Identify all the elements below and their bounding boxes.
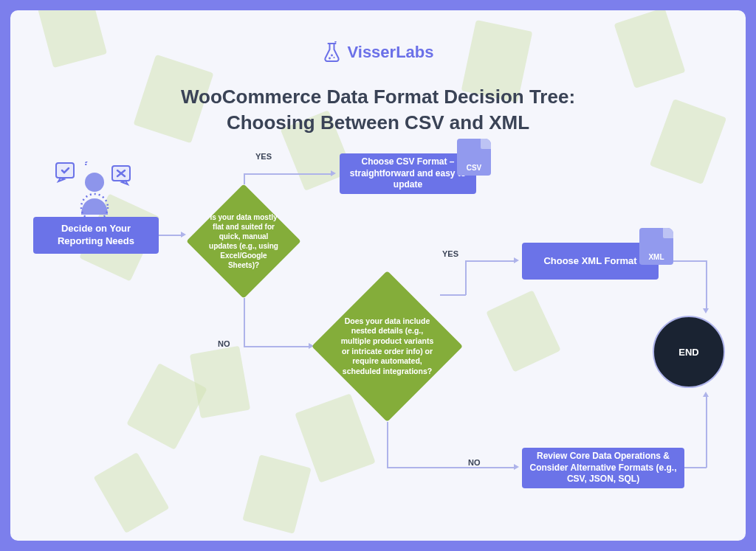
xml-file-icon: XML bbox=[639, 228, 673, 265]
alternative-formats-node: Review Core Data Operations & Consider A… bbox=[522, 448, 684, 488]
svg-point-3 bbox=[333, 57, 334, 58]
decision-flat-data: Is your data mostly flat and suited for … bbox=[186, 184, 301, 299]
svg-point-2 bbox=[329, 58, 331, 60]
xml-result-label: Choose XML Format bbox=[543, 255, 636, 268]
no-label: NO bbox=[468, 458, 481, 467]
brand-logo: VisserLabs bbox=[322, 41, 433, 63]
arrow-icon bbox=[703, 392, 709, 397]
arrow-icon bbox=[331, 170, 336, 176]
svg-rect-6 bbox=[56, 163, 74, 178]
xml-badge-text: XML bbox=[648, 253, 664, 261]
csv-badge-text: CSV bbox=[467, 164, 482, 172]
connector bbox=[465, 260, 467, 295]
connector bbox=[440, 294, 466, 296]
end-label: END bbox=[678, 347, 698, 358]
svg-point-4 bbox=[334, 41, 336, 43]
connector bbox=[684, 467, 707, 468]
yes-label: YES bbox=[255, 152, 272, 161]
svg-point-8 bbox=[85, 173, 104, 192]
connector bbox=[387, 422, 388, 468]
connector bbox=[387, 467, 514, 468]
arrow-icon bbox=[514, 464, 519, 470]
connector bbox=[244, 346, 310, 347]
decision-nested-data: Does your data include nested details (e… bbox=[312, 271, 463, 422]
connector bbox=[465, 260, 514, 262]
page-title: WooCommerce Data Format Decision Tree:Ch… bbox=[157, 84, 599, 136]
connector bbox=[244, 298, 245, 347]
connector bbox=[159, 235, 181, 236]
csv-file-icon: CSV bbox=[457, 139, 491, 176]
flask-icon bbox=[322, 41, 341, 63]
arrow-icon bbox=[703, 308, 709, 313]
person-thinking-icon: ? ? bbox=[53, 162, 138, 222]
arrow-icon bbox=[514, 257, 519, 263]
svg-point-1 bbox=[331, 55, 333, 57]
start-label: Decide on Your Reporting Needs bbox=[39, 223, 153, 248]
end-node: END bbox=[653, 316, 725, 388]
alternative-formats-label: Review Core Data Operations & Consider A… bbox=[528, 451, 678, 485]
connector bbox=[244, 173, 245, 184]
no-label: NO bbox=[218, 339, 230, 348]
decision-flat-data-label: Is your data mostly flat and suited for … bbox=[209, 212, 278, 270]
svg-text:?: ? bbox=[83, 162, 89, 167]
yes-label: YES bbox=[442, 249, 458, 258]
arrow-icon bbox=[181, 232, 186, 238]
connector bbox=[244, 173, 331, 175]
brand-name: VisserLabs bbox=[347, 43, 433, 62]
csv-result-node: Choose CSV Format – straightforward and … bbox=[340, 153, 476, 194]
decision-nested-data-label: Does your data include nested details (e… bbox=[340, 316, 435, 377]
connector bbox=[706, 260, 707, 309]
connector bbox=[706, 396, 707, 468]
xml-result-node: Choose XML Format bbox=[522, 243, 659, 280]
start-node: Decide on Your Reporting Needs bbox=[33, 217, 159, 254]
csv-result-label: Choose CSV Format – straightforward and … bbox=[346, 156, 470, 191]
svg-text:?: ? bbox=[96, 162, 100, 163]
